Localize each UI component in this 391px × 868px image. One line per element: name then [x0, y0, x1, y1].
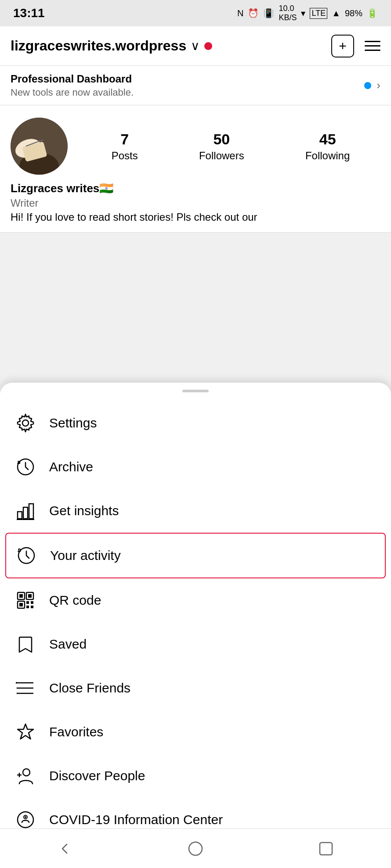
vibrate-icon: 📳	[263, 8, 274, 18]
top-bar: lizgraceswrites.wordpress ∨ +	[0, 26, 391, 66]
followers-label: Followers	[199, 150, 244, 162]
get-insights-label: Get insights	[49, 503, 119, 518]
your-activity-label: Your activity	[50, 548, 121, 563]
menu-item-get-insights[interactable]: Get insights	[0, 489, 391, 533]
activity-icon	[15, 544, 38, 567]
close-friends-label: Close Friends	[49, 681, 130, 696]
svg-marker-25	[17, 682, 18, 684]
username-area[interactable]: lizgraceswrites.wordpress ∨	[11, 38, 212, 54]
following-count: 45	[319, 131, 336, 148]
chevron-right-icon[interactable]: ›	[377, 79, 380, 92]
covid-icon	[14, 808, 37, 831]
plus-icon: +	[339, 39, 347, 54]
wifi-icon: ▾	[301, 8, 305, 18]
lte-icon: LTE	[310, 8, 327, 19]
menu-button[interactable]	[365, 41, 380, 51]
profile-role: Writer	[11, 197, 380, 209]
top-bar-icons: +	[331, 35, 380, 57]
dashboard-banner[interactable]: Professional Dashboard New tools are now…	[0, 66, 391, 105]
signal-icon: ▲	[332, 8, 340, 18]
menu-item-your-activity[interactable]: Your activity	[5, 533, 386, 578]
close-friends-icon	[14, 677, 37, 699]
svg-rect-18	[26, 601, 29, 604]
following-stat[interactable]: 45 Following	[305, 131, 350, 162]
posts-stat[interactable]: 7 Posts	[112, 131, 138, 162]
archive-icon	[14, 456, 37, 478]
followers-count: 50	[213, 131, 230, 148]
svg-rect-8	[23, 507, 28, 519]
status-time: 13:11	[13, 6, 45, 20]
following-label: Following	[305, 150, 350, 162]
notification-dot	[204, 42, 212, 50]
bottom-sheet: Settings Archive Get insights	[0, 383, 391, 868]
menu-item-settings[interactable]: Settings	[0, 401, 391, 445]
recents-button[interactable]	[315, 838, 337, 860]
sheet-handle	[182, 390, 209, 392]
pagination-dot-active	[364, 82, 371, 89]
discover-people-icon	[14, 764, 37, 787]
svg-rect-21	[31, 606, 33, 608]
data-speed-icon: 10.0KB/S	[279, 4, 297, 22]
home-button[interactable]	[185, 838, 206, 860]
menu-item-close-friends[interactable]: Close Friends	[0, 666, 391, 710]
dashboard-title: Professional Dashboard	[11, 73, 134, 85]
profile-info: Lizgraces writes🇮🇳 Writer Hi! If you lov…	[11, 182, 380, 223]
svg-point-5	[22, 420, 29, 426]
svg-rect-7	[18, 512, 22, 519]
profile-row: 7 Posts 50 Followers 45 Following	[11, 118, 380, 175]
svg-rect-20	[26, 606, 29, 608]
covid-label: COVID-19 Information Center	[49, 812, 223, 827]
svg-rect-17	[19, 603, 23, 606]
username-text: lizgraceswrites.wordpress	[11, 38, 186, 54]
bookmark-icon	[14, 633, 37, 656]
gear-icon	[14, 412, 37, 434]
battery-percentage: 98%	[345, 8, 362, 18]
profile-bio: Hi! If you love to read short stories! P…	[11, 211, 380, 223]
profile-stats: 7 Posts 50 Followers 45 Following	[81, 131, 380, 162]
dashboard-nav: ›	[364, 79, 380, 92]
chevron-down-icon[interactable]: ∨	[191, 39, 200, 53]
new-post-button[interactable]: +	[331, 35, 354, 57]
discover-people-label: Discover People	[49, 768, 145, 783]
svg-marker-27	[17, 692, 18, 694]
menu-item-qr-code[interactable]: QR code	[0, 578, 391, 622]
posts-count: 7	[120, 131, 129, 148]
archive-label: Archive	[49, 459, 93, 474]
menu-item-saved[interactable]: Saved	[0, 622, 391, 666]
avatar[interactable]	[11, 118, 68, 175]
svg-rect-13	[19, 594, 23, 598]
svg-point-31	[18, 812, 33, 828]
nav-bar	[0, 829, 391, 868]
star-icon	[14, 721, 37, 743]
battery-icon: 🔋	[367, 8, 378, 18]
profile-name: Lizgraces writes🇮🇳	[11, 182, 380, 195]
svg-marker-26	[17, 687, 18, 689]
qr-code-icon	[14, 589, 37, 612]
menu-item-favorites[interactable]: Favorites	[0, 710, 391, 754]
svg-rect-9	[29, 504, 33, 519]
svg-rect-35	[320, 843, 332, 855]
nfc-icon: N	[237, 8, 243, 18]
svg-point-34	[189, 842, 202, 855]
posts-label: Posts	[112, 150, 138, 162]
svg-rect-19	[31, 601, 33, 604]
svg-point-33	[25, 816, 26, 818]
back-button[interactable]	[54, 838, 76, 860]
saved-label: Saved	[49, 637, 87, 652]
status-bar: 13:11 N ⏰ 📳 10.0KB/S ▾ LTE ▲ 98% 🔋	[0, 0, 391, 26]
alarm-icon: ⏰	[248, 8, 259, 18]
profile-section: 7 Posts 50 Followers 45 Following Lizgra…	[0, 105, 391, 233]
menu-item-discover-people[interactable]: Discover People	[0, 754, 391, 798]
menu-item-archive[interactable]: Archive	[0, 445, 391, 489]
qr-code-label: QR code	[49, 593, 101, 608]
favorites-label: Favorites	[49, 725, 103, 739]
bar-chart-icon	[14, 499, 37, 522]
dashboard-subtitle: New tools are now available.	[11, 87, 134, 98]
dashboard-text: Professional Dashboard New tools are now…	[11, 73, 134, 98]
settings-label: Settings	[49, 416, 97, 430]
followers-stat[interactable]: 50 Followers	[199, 131, 244, 162]
status-icons: N ⏰ 📳 10.0KB/S ▾ LTE ▲ 98% 🔋	[237, 4, 378, 22]
svg-point-28	[23, 769, 30, 776]
svg-rect-15	[28, 594, 32, 598]
